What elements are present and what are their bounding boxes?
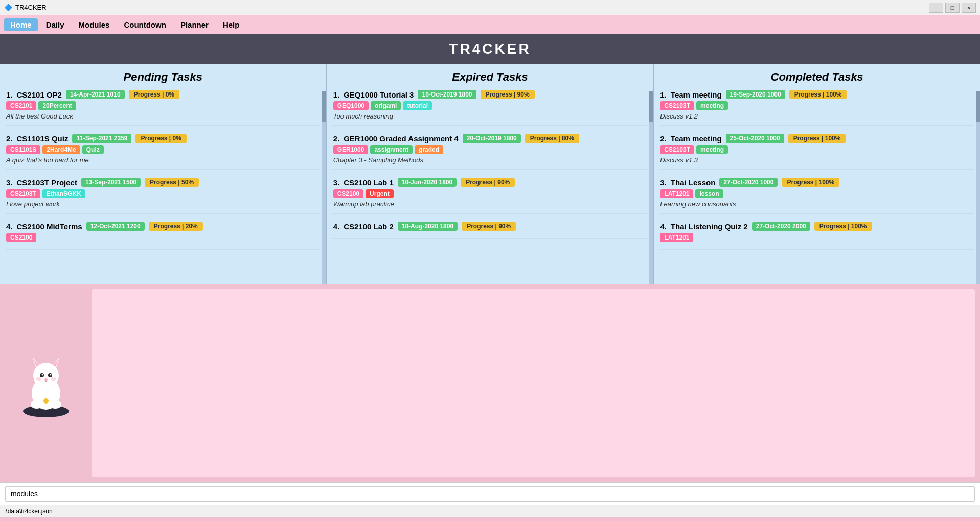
tag[interactable]: LAT1201 xyxy=(660,189,693,198)
app-title: TR4CKER xyxy=(449,41,531,57)
task-name: CS2100 Lab 1 xyxy=(344,178,394,187)
task-item: 4.CS2100 MidTerms12-Oct-2021 1200Progres… xyxy=(6,222,320,250)
menu-daily[interactable]: Daily xyxy=(40,18,71,31)
tag[interactable]: CS1101S xyxy=(6,145,40,154)
command-input[interactable] xyxy=(5,486,975,502)
expired-tasks-list[interactable]: 1.GEQ1000 Tutorial 310-Oct-2019 1800Prog… xyxy=(327,88,653,281)
task-item: 1.GEQ1000 Tutorial 310-Oct-2019 1800Prog… xyxy=(333,90,647,126)
maximize-button[interactable]: □ xyxy=(945,3,960,13)
tag-row: GER1000assignmentgraded xyxy=(333,145,647,154)
tag[interactable]: graded xyxy=(415,145,443,154)
pending-scroll-thumb xyxy=(322,91,326,122)
task-name: CS2101 OP2 xyxy=(17,90,62,99)
progress-badge: Progress | 100% xyxy=(789,90,847,99)
tag[interactable]: 2Hard4Me xyxy=(42,145,80,154)
expired-scroll-thumb xyxy=(649,91,653,122)
task-number: 4. xyxy=(6,222,13,231)
task-note: All the best Good Luck xyxy=(6,112,320,120)
tag[interactable]: CS2103T xyxy=(660,145,694,154)
date-badge: 25-Oct-2020 1000 xyxy=(726,134,784,143)
progress-badge: Progress | 90% xyxy=(462,222,516,231)
tag-row: GEQ1000origamitutorial xyxy=(333,101,647,110)
pending-tasks-heading: Pending Tasks xyxy=(0,64,326,88)
tag[interactable]: GER1000 xyxy=(333,145,369,154)
close-button[interactable]: × xyxy=(962,3,976,13)
menu-modules[interactable]: Modules xyxy=(73,18,116,31)
date-badge: 10-Oct-2019 1800 xyxy=(418,90,476,99)
menu-countdown[interactable]: Countdown xyxy=(118,18,172,31)
completed-scrollbar[interactable] xyxy=(976,91,980,284)
svg-point-2 xyxy=(33,363,59,388)
tag-row: LAT1201 xyxy=(660,233,974,242)
task-title-row: 3.CS2100 Lab 110-Jun-2020 1800Progress |… xyxy=(333,178,647,187)
menu-bar: Home Daily Modules Countdown Planner Hel… xyxy=(0,15,980,34)
tag[interactable]: assignment xyxy=(370,145,413,154)
task-number: 4. xyxy=(660,222,667,231)
task-name: Thai Lesson xyxy=(671,178,716,187)
tag[interactable]: CS2101 xyxy=(6,101,36,110)
mascot-icon xyxy=(10,347,82,419)
task-title-row: 1.CS2101 OP214-Apr-2021 1010Progress | 0… xyxy=(6,90,320,99)
status-bar: .\data\tr4cker.json xyxy=(0,505,980,517)
tag-row: CS2103Tmeeting xyxy=(660,145,974,154)
task-item: 1.CS2101 OP214-Apr-2021 1010Progress | 0… xyxy=(6,90,320,126)
task-title-row: 1.Team meeting19-Sep-2020 1000Progress |… xyxy=(660,90,974,99)
task-note: Chapter 3 - Sampling Methods xyxy=(333,156,647,164)
task-note: A quiz that's too hard for me xyxy=(6,156,320,164)
tag[interactable]: EthanSGKK xyxy=(42,189,85,198)
completed-tasks-list[interactable]: 1.Team meeting19-Sep-2020 1000Progress |… xyxy=(654,88,980,281)
tag[interactable]: CS2100 xyxy=(6,233,36,242)
tag-row: CS2100 xyxy=(6,233,320,242)
task-item: 2.GER1000 Graded Assignment 420-Oct-2019… xyxy=(333,134,647,170)
task-item: 3.CS2100 Lab 110-Jun-2020 1800Progress |… xyxy=(333,178,647,214)
pending-tasks-column: Pending Tasks 1.CS2101 OP214-Apr-2021 10… xyxy=(0,64,327,284)
date-badge: 27-Oct-2020 2000 xyxy=(752,222,810,231)
tag[interactable]: meeting xyxy=(696,101,728,110)
tag[interactable]: meeting xyxy=(696,145,728,154)
task-number: 1. xyxy=(660,90,667,99)
tag-row: CS2103TEthanSGKK xyxy=(6,189,320,198)
tag[interactable]: CS2103T xyxy=(660,101,694,110)
app-icon: 🔷 xyxy=(4,4,12,11)
tag[interactable]: Quiz xyxy=(82,145,104,154)
menu-home[interactable]: Home xyxy=(4,18,38,31)
tag[interactable]: GEQ1000 xyxy=(333,101,369,110)
tag[interactable]: CS2103T xyxy=(6,189,40,198)
tag[interactable]: LAT1201 xyxy=(660,233,693,242)
task-title-row: 2.Team meeting25-Oct-2020 1000Progress |… xyxy=(660,134,974,143)
title-bar-name: TR4CKER xyxy=(15,4,47,11)
expired-scrollbar[interactable] xyxy=(649,91,653,284)
pending-tasks-list[interactable]: 1.CS2101 OP214-Apr-2021 1010Progress | 0… xyxy=(0,88,326,281)
svg-point-11 xyxy=(44,378,48,381)
task-name: Team meeting xyxy=(671,90,722,99)
bottom-area xyxy=(0,284,980,482)
svg-point-14 xyxy=(31,400,43,409)
menu-help[interactable]: Help xyxy=(217,18,246,31)
svg-point-9 xyxy=(42,374,43,376)
task-number: 1. xyxy=(6,90,13,99)
date-badge: 10-Aug-2020 1800 xyxy=(398,222,458,231)
task-item: 2.Team meeting25-Oct-2020 1000Progress |… xyxy=(660,134,974,170)
progress-badge: Progress | 80% xyxy=(525,134,579,143)
minimize-button[interactable]: − xyxy=(929,3,943,13)
tag[interactable]: 20Percent xyxy=(38,101,76,110)
tag[interactable]: CS2100 xyxy=(333,189,363,198)
date-badge: 13-Sep-2021 1500 xyxy=(81,178,141,187)
task-number: 2. xyxy=(333,134,340,143)
progress-badge: Progress | 20% xyxy=(149,222,203,231)
pending-scrollbar[interactable] xyxy=(322,91,326,284)
tag[interactable]: origami xyxy=(371,101,401,110)
date-badge: 10-Jun-2020 1800 xyxy=(398,178,457,187)
task-title-row: 4.CS2100 Lab 210-Aug-2020 1800Progress |… xyxy=(333,222,647,231)
tag[interactable]: lesson xyxy=(695,189,723,198)
tag[interactable]: Urgent xyxy=(366,189,394,198)
progress-badge: Progress | 100% xyxy=(782,178,839,187)
menu-planner[interactable]: Planner xyxy=(174,18,215,31)
progress-badge: Progress | 0% xyxy=(135,134,186,143)
progress-badge: Progress | 100% xyxy=(788,134,846,143)
tag[interactable]: tutorial xyxy=(403,101,432,110)
task-title-row: 3.Thai Lesson27-Oct-2020 1000Progress | … xyxy=(660,178,974,187)
svg-point-12 xyxy=(36,377,41,381)
date-badge: 12-Oct-2021 1200 xyxy=(86,222,145,231)
task-title-row: 1.GEQ1000 Tutorial 310-Oct-2019 1800Prog… xyxy=(333,90,647,99)
